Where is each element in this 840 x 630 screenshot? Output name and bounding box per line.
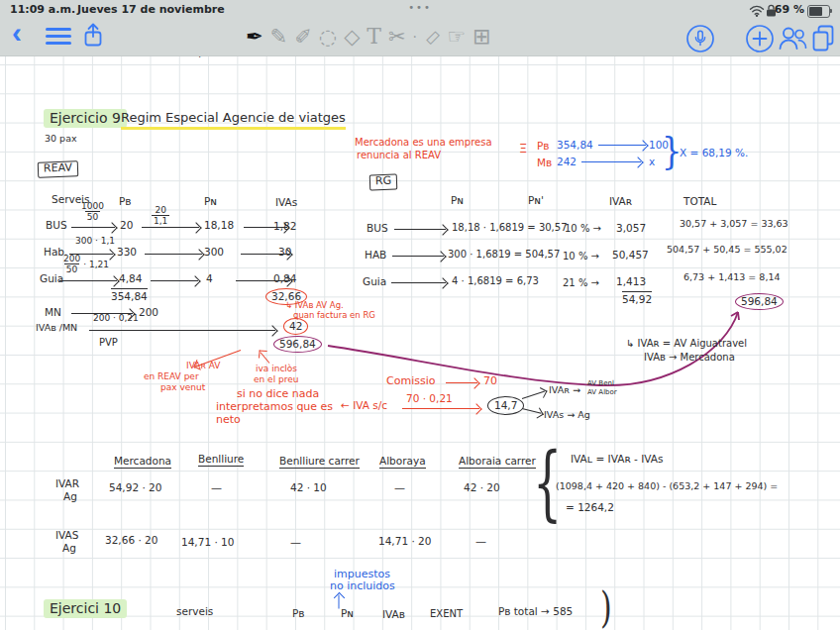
divider-dot: ·: [413, 22, 417, 52]
hamburger-icon: [46, 28, 71, 31]
wifi-icon: [749, 5, 765, 17]
page-indicator-dots: •••: [0, 2, 840, 13]
battery-icon: [807, 5, 830, 18]
menu-button[interactable]: [46, 26, 71, 46]
share-button[interactable]: [81, 22, 105, 52]
pages-overview-button[interactable]: [810, 24, 836, 55]
tool-bar: ✒✎✐◌◇T✂·▭☞⊞: [246, 22, 592, 52]
fountain-pen-tool-icon[interactable]: ✒: [246, 22, 263, 52]
record-audio-button[interactable]: [685, 24, 715, 56]
highlighter-tool-icon[interactable]: ✐: [294, 22, 312, 52]
top-bar: 11:09 a.m. Jueves 17 de noviembre ••• 69…: [0, 0, 840, 56]
pages-icon: [810, 24, 836, 52]
battery-percent: 69 %: [775, 3, 804, 16]
hand-tool-icon[interactable]: ☞: [447, 22, 466, 52]
microphone-icon: [685, 24, 715, 53]
text-tool-icon[interactable]: T: [367, 22, 381, 52]
people-icon: [777, 25, 808, 52]
elements-tool-icon[interactable]: ⊞: [472, 22, 490, 52]
scissors-tool-icon[interactable]: ✂: [388, 22, 406, 52]
add-page-button[interactable]: [745, 24, 775, 56]
note-canvas[interactable]: [0, 55, 840, 630]
pencil-tool-icon[interactable]: ✎: [270, 22, 288, 52]
collaborate-button[interactable]: [777, 25, 808, 54]
share-icon: [81, 22, 105, 50]
back-button[interactable]: ‹: [12, 22, 22, 44]
plus-icon: [745, 24, 775, 53]
lasso-tool-icon[interactable]: ◌: [319, 22, 337, 52]
eraser-tool-icon[interactable]: ◇: [344, 22, 360, 52]
ruler-tool-icon[interactable]: ▭: [416, 21, 449, 53]
notability-app-window: → Total ⟶ 704,54Ejercicio 9Regim Especia…: [0, 0, 840, 630]
